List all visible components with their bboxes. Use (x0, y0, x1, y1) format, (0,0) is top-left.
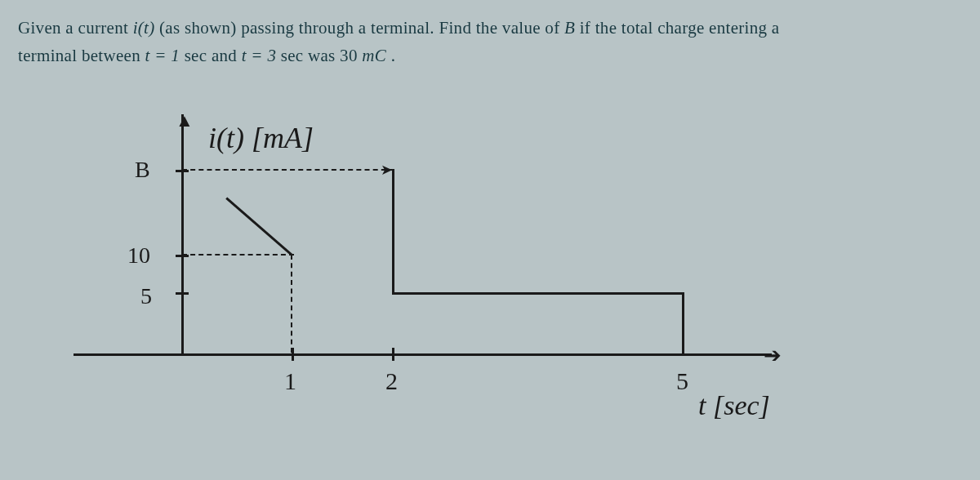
x-axis-title: t [sec] (698, 390, 770, 421)
x-axis-arrow-icon: ➔ (764, 343, 782, 368)
x-axis-line (74, 353, 772, 356)
unit-mC: mC (362, 46, 386, 65)
y-axis-line (181, 114, 184, 355)
text-part: sec and (185, 46, 242, 65)
segment-B-horizontal (182, 169, 394, 171)
var-t1: t = 1 (145, 46, 180, 65)
segment-x5-vertical (682, 292, 684, 355)
guide-10-horizontal (182, 254, 294, 256)
var-B: B (564, 18, 575, 38)
text-part: (as shown) passing through a terminal. F… (159, 18, 564, 38)
text-part: . (391, 46, 396, 65)
current-graph: ▲ ➔ i(t) [mA] t [sec] B 10 5 1 2 5 ➤ (74, 98, 906, 449)
y-tick-label-10: 10 (127, 242, 150, 269)
y-axis-arrow-icon: ▲ (176, 110, 194, 131)
text-part: if the total charge entering a (580, 18, 780, 38)
guide-x1-vertical (291, 255, 292, 353)
var-t3: t = 3 (242, 46, 277, 65)
x-tick-label-2: 2 (385, 367, 398, 395)
segment-5-horizontal (392, 292, 684, 295)
y-tick-5 (176, 292, 189, 295)
arrow-right-icon: ➤ (381, 161, 393, 179)
x-tick-label-1: 1 (284, 367, 296, 395)
segment-x2-vertical (392, 170, 394, 294)
text-part: terminal between (18, 46, 145, 65)
x-tick-2 (392, 348, 394, 361)
var-i-of-t: i(t) (133, 18, 155, 38)
y-axis-title: i(t) [mA] (208, 121, 314, 155)
text-part: Given a current (18, 18, 133, 38)
segment-ramp (225, 198, 293, 256)
y-tick-label-5: 5 (140, 283, 152, 309)
x-tick-label-5: 5 (676, 367, 688, 395)
text-part: sec was 30 (281, 46, 363, 65)
y-tick-label-B: B (135, 157, 150, 183)
problem-statement: Given a current i(t) (as shown) passing … (0, 0, 980, 84)
